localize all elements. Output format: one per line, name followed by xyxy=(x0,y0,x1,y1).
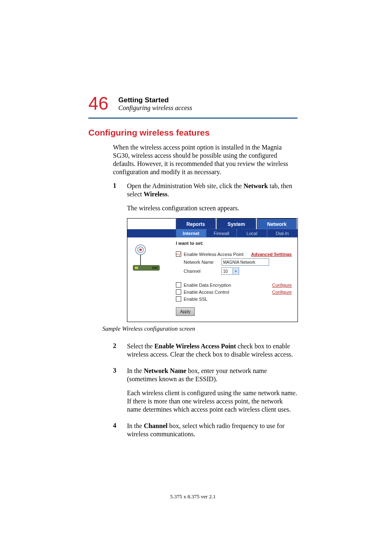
page-number: 46 xyxy=(88,94,108,113)
step-number: 2 xyxy=(113,342,119,364)
step-number: 4 xyxy=(113,422,119,444)
chapter-title: Getting Started xyxy=(118,96,192,104)
channel-select[interactable]: 10 ▾ xyxy=(221,267,239,275)
subtab-dialin[interactable]: Dial-In xyxy=(267,229,297,237)
enable-wap-checkbox[interactable] xyxy=(176,251,181,257)
network-name-label: Network Name xyxy=(184,260,221,265)
svg-rect-6 xyxy=(152,267,158,269)
subtab-internet[interactable]: Internet xyxy=(176,229,206,237)
enable-access-control-label: Enable Access Control xyxy=(184,290,229,295)
subtab-local[interactable]: Local xyxy=(237,229,267,237)
header-rule xyxy=(88,117,297,119)
step-1-note: The wireless configuration screen appear… xyxy=(127,204,298,212)
tab-network[interactable]: Network xyxy=(257,219,297,229)
wireless-config-figure: Reports System Network Internet Firewall… xyxy=(127,218,298,322)
subtab-firewall[interactable]: Firewall xyxy=(206,229,237,237)
step-4-text: In the Channel box, select which radio f… xyxy=(127,422,297,438)
tab-system[interactable]: System xyxy=(217,219,256,229)
advanced-settings-link[interactable]: Advanced Settings xyxy=(251,252,292,257)
enable-encryption-label: Enable Data Encryption xyxy=(184,283,231,288)
configure-access-control-link[interactable]: Configure xyxy=(272,290,292,295)
chevron-down-icon: ▾ xyxy=(233,268,239,274)
chapter-subtitle: Configuring wireless access xyxy=(118,104,192,112)
page-header: 46 Getting Started Configuring wireless … xyxy=(88,94,297,113)
step-1: 1 Open the Administration Web site, clic… xyxy=(113,182,297,340)
enable-ssl-label: Enable SSL xyxy=(184,297,208,302)
page-footer: 5.375 x 8.375 ver 2.1 xyxy=(88,493,297,500)
step-2: 2 Select the Enable Wireless Access Poin… xyxy=(113,342,297,364)
enable-encryption-checkbox[interactable] xyxy=(176,282,181,288)
channel-label: Channel xyxy=(184,269,221,274)
access-point-icon xyxy=(131,243,166,279)
section-title: Configuring wireless features xyxy=(88,128,297,138)
configure-encryption-link[interactable]: Configure xyxy=(272,283,292,288)
step-2-text: Select the Enable Wireless Access Point … xyxy=(127,342,297,359)
enable-wap-label: Enable Wireless Access Point xyxy=(184,252,244,257)
step-3: 3 In the Network Name box, enter your ne… xyxy=(113,367,297,419)
network-name-input[interactable]: MAGNIA Network xyxy=(221,258,269,266)
figure-caption: Sample Wireless configuration screen xyxy=(102,325,298,332)
enable-access-control-checkbox[interactable] xyxy=(176,289,181,295)
intro-paragraph: When the wireless access point option is… xyxy=(113,143,297,176)
apply-button[interactable]: Apply xyxy=(176,307,195,316)
enable-ssl-checkbox[interactable] xyxy=(176,296,181,302)
step-1-text: Open the Administration Web site, click … xyxy=(127,182,298,198)
step-3-note: Each wireless client is configured using… xyxy=(127,389,297,414)
step-number: 1 xyxy=(113,182,119,340)
step-4: 4 In the Channel box, select which radio… xyxy=(113,422,297,444)
tab-reports[interactable]: Reports xyxy=(176,219,216,229)
svg-rect-5 xyxy=(135,267,138,269)
svg-point-2 xyxy=(139,249,142,251)
step-3-text: In the Network Name box, enter your netw… xyxy=(127,367,297,383)
lead-label: I want to set: xyxy=(176,241,292,246)
step-number: 3 xyxy=(113,367,119,419)
